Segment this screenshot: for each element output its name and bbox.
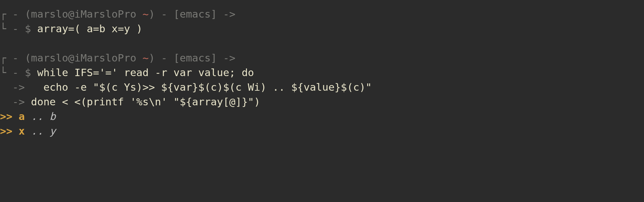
command-text: while IFS='=' read -r var value; do <box>37 66 254 78</box>
prompt-bracket-bot: └ - <box>0 66 19 78</box>
prompt-dollar: $ <box>19 23 37 35</box>
continuation-marker: -> <box>0 81 31 93</box>
output-key: a <box>19 110 25 122</box>
prompt-close-paren: ) <box>149 52 155 64</box>
prompt-bracket-top: ┌ - <box>0 52 19 64</box>
command-text: array=( a=b x=y ) <box>37 23 142 35</box>
prompt-context-close: ] <box>211 52 217 64</box>
prompt-context: emacs <box>180 52 210 64</box>
prompt-open-paren: ( <box>19 52 31 64</box>
prompt-arrow: -> <box>217 52 235 64</box>
output-key: x <box>19 125 25 137</box>
continuation-marker: -> <box>0 96 31 108</box>
prompt-bracket-top: ┌ - <box>0 8 19 20</box>
prompt-context: emacs <box>180 8 210 20</box>
prompt-sep: - <box>155 52 174 64</box>
output-marker: >> <box>0 110 19 122</box>
prompt-open-paren: ( <box>19 8 31 20</box>
prompt-context-open: [ <box>174 8 180 20</box>
terminal-output[interactable]: ┌ - (marslo@iMarsloPro ~) - [emacs] -> └… <box>0 0 644 145</box>
prompt-userhost: marslo@iMarsloPro <box>31 52 142 64</box>
prompt-dollar: $ <box>19 66 37 78</box>
prompt-context-open: [ <box>174 52 180 64</box>
prompt-close-paren: ) <box>149 8 155 20</box>
prompt-bracket-bot: └ - <box>0 23 19 35</box>
prompt-userhost: marslo@iMarsloPro <box>31 8 142 20</box>
output-dots: .. <box>25 110 50 122</box>
output-value: y <box>49 125 56 137</box>
prompt-arrow: -> <box>217 8 235 20</box>
output-value: b <box>49 110 56 122</box>
prompt-tilde: ~ <box>142 52 149 64</box>
command-text: done < <(printf '%s\n' "${array[@]}") <box>31 96 260 108</box>
prompt-context-close: ] <box>211 8 217 20</box>
output-dots: .. <box>25 125 50 137</box>
prompt-sep: - <box>155 8 174 20</box>
output-marker: >> <box>0 125 19 137</box>
command-text: echo -e "$(c Ys)>> ${var}$(c)$(c Wi) .. … <box>31 81 372 93</box>
prompt-tilde: ~ <box>142 8 149 20</box>
